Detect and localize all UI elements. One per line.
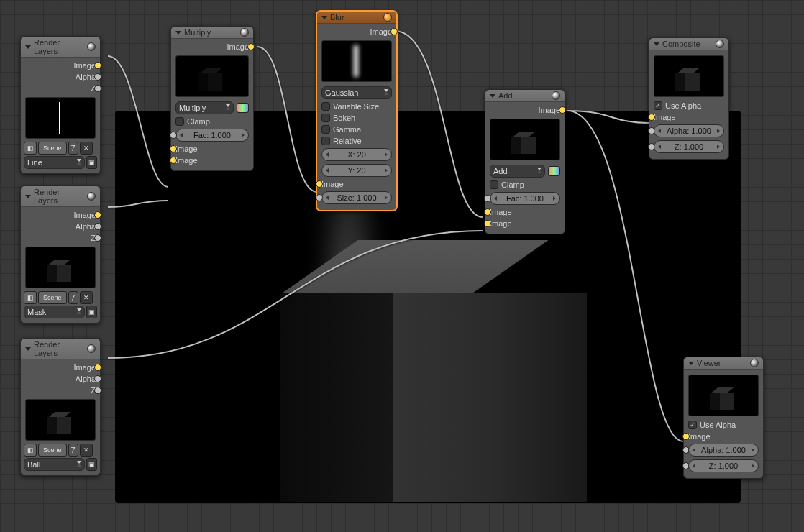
variable-size-label: Variable Size bbox=[333, 102, 379, 111]
socket-image-out[interactable] bbox=[94, 211, 101, 219]
socket-alpha-out[interactable] bbox=[94, 223, 101, 230]
node-preview bbox=[654, 55, 724, 97]
color-swatch-icon[interactable] bbox=[548, 166, 560, 176]
node-title: Render Layers bbox=[34, 340, 84, 357]
variable-size-checkbox[interactable] bbox=[321, 102, 330, 111]
gamma-checkbox[interactable] bbox=[321, 125, 330, 134]
preview-toggle-icon[interactable] bbox=[716, 40, 724, 48]
socket-image-out[interactable] bbox=[559, 106, 566, 114]
preview-toggle-icon[interactable] bbox=[750, 359, 759, 367]
out-alpha-label: Alpha bbox=[76, 375, 96, 383]
clamp-label: Clamp bbox=[501, 180, 524, 189]
node-render-layers-line[interactable]: Render Layers Image Alpha Z ◧ Scene 7 ✕ … bbox=[20, 36, 101, 174]
clamp-checkbox[interactable] bbox=[175, 117, 184, 126]
z-slider[interactable]: Z: 1.000 bbox=[654, 140, 724, 153]
node-mix-multiply[interactable]: Multiply Image Multiply Clamp Fac: 1.000… bbox=[170, 26, 254, 171]
socket-image2-in[interactable] bbox=[484, 220, 491, 227]
blur-x-slider[interactable]: X: 20 bbox=[321, 148, 392, 161]
collapse-icon[interactable] bbox=[654, 42, 659, 46]
socket-image-out[interactable] bbox=[247, 43, 255, 50]
in-image2-label: Image bbox=[490, 219, 512, 228]
scene-icon[interactable]: ◧ bbox=[24, 291, 37, 304]
out-image-label: Image bbox=[538, 106, 560, 114]
socket-image-in[interactable] bbox=[648, 114, 655, 121]
collapse-icon[interactable] bbox=[490, 94, 495, 98]
collapse-icon[interactable] bbox=[321, 16, 327, 19]
collapse-icon[interactable] bbox=[175, 31, 181, 35]
node-title: Render Layers bbox=[34, 188, 84, 205]
users-count: 7 bbox=[68, 291, 78, 304]
scene-icon[interactable]: ◧ bbox=[24, 444, 37, 457]
preview-toggle-icon[interactable] bbox=[87, 192, 96, 201]
fac-slider[interactable]: Fac: 1.000 bbox=[490, 192, 560, 205]
socket-image1-in[interactable] bbox=[484, 208, 491, 216]
unlink-icon[interactable]: ✕ bbox=[80, 142, 93, 155]
layer-select[interactable]: Mask bbox=[24, 306, 85, 318]
node-composite[interactable]: Composite Use Alpha Image Alpha: 1.000 Z… bbox=[649, 37, 729, 160]
preview-toggle-icon[interactable] bbox=[87, 42, 96, 51]
socket-image-out[interactable] bbox=[390, 28, 398, 35]
layer-select[interactable]: Ball bbox=[24, 458, 85, 471]
collapse-icon[interactable] bbox=[25, 45, 31, 49]
size-slider[interactable]: Size: 1.000 bbox=[321, 191, 392, 204]
node-render-layers-ball[interactable]: Render Layers Image Alpha Z ◧ Scene 7 ✕ … bbox=[20, 338, 101, 476]
socket-alpha-out[interactable] bbox=[94, 375, 101, 382]
render-single-icon[interactable]: ▣ bbox=[86, 306, 97, 318]
relative-checkbox[interactable] bbox=[321, 137, 330, 145]
in-image1-label: Image bbox=[490, 208, 512, 216]
preview-toggle-icon[interactable] bbox=[552, 91, 560, 100]
unlink-icon[interactable]: ✕ bbox=[80, 444, 93, 457]
blur-y-slider[interactable]: Y: 20 bbox=[321, 164, 392, 177]
blur-type-select[interactable]: Gaussian bbox=[321, 86, 392, 99]
socket-image1-in[interactable] bbox=[170, 145, 177, 152]
clamp-checkbox[interactable] bbox=[490, 180, 498, 189]
preview-toggle-icon[interactable] bbox=[383, 13, 392, 22]
layer-select[interactable]: Line bbox=[24, 156, 85, 169]
z-slider[interactable]: Z: 1.000 bbox=[688, 459, 759, 472]
collapse-icon[interactable] bbox=[25, 347, 31, 351]
socket-image-out[interactable] bbox=[94, 364, 101, 371]
render-single-icon[interactable]: ▣ bbox=[86, 156, 97, 169]
use-alpha-checkbox[interactable] bbox=[654, 101, 662, 110]
socket-image2-in[interactable] bbox=[170, 157, 177, 164]
alpha-slider[interactable]: Alpha: 1.000 bbox=[654, 124, 724, 137]
scene-select[interactable]: Scene bbox=[38, 291, 67, 304]
node-title: Viewer bbox=[697, 359, 747, 367]
node-preview bbox=[25, 399, 96, 441]
users-count: 7 bbox=[68, 444, 78, 457]
socket-z-out[interactable] bbox=[94, 234, 101, 242]
unlink-icon[interactable]: ✕ bbox=[80, 291, 93, 304]
socket-image-in[interactable] bbox=[682, 433, 690, 440]
fac-slider[interactable]: Fac: 1.000 bbox=[175, 129, 249, 142]
blend-mode-select[interactable]: Add bbox=[490, 165, 545, 178]
color-swatch-icon[interactable] bbox=[237, 103, 249, 113]
socket-image-in[interactable] bbox=[316, 180, 323, 188]
socket-fac-in[interactable] bbox=[170, 132, 177, 139]
node-title: Composite bbox=[662, 40, 713, 48]
node-viewer[interactable]: Viewer Use Alpha Image Alpha: 1.000 Z: 1… bbox=[683, 357, 764, 479]
render-single-icon[interactable]: ▣ bbox=[86, 458, 97, 471]
socket-fac-in[interactable] bbox=[484, 195, 491, 202]
node-render-layers-mask[interactable]: Render Layers Image Alpha Z ◧ Scene 7 ✕ … bbox=[20, 185, 101, 324]
socket-size-in[interactable] bbox=[316, 194, 323, 201]
collapse-icon[interactable] bbox=[688, 362, 694, 365]
use-alpha-checkbox[interactable] bbox=[688, 421, 697, 429]
collapse-icon[interactable] bbox=[25, 195, 31, 198]
node-blur[interactable]: Blur Image Gaussian Variable Size Bokeh … bbox=[316, 11, 397, 211]
blend-mode-select[interactable]: Multiply bbox=[175, 101, 234, 114]
scene-icon[interactable]: ◧ bbox=[24, 142, 37, 155]
scene-select[interactable]: Scene bbox=[38, 142, 67, 155]
clamp-label: Clamp bbox=[187, 117, 210, 126]
socket-image-out[interactable] bbox=[94, 62, 101, 69]
scene-select[interactable]: Scene bbox=[38, 444, 67, 457]
socket-z-out[interactable] bbox=[94, 387, 101, 394]
node-mix-add[interactable]: Add Image Add Clamp Fac: 1.000 Image Ima… bbox=[485, 89, 565, 234]
bokeh-checkbox[interactable] bbox=[321, 114, 330, 122]
node-preview bbox=[490, 119, 560, 160]
preview-toggle-icon[interactable] bbox=[240, 28, 249, 37]
users-count: 7 bbox=[68, 142, 78, 155]
alpha-slider[interactable]: Alpha: 1.000 bbox=[688, 444, 759, 457]
socket-alpha-out[interactable] bbox=[94, 73, 101, 81]
socket-z-out[interactable] bbox=[94, 85, 101, 92]
preview-toggle-icon[interactable] bbox=[87, 344, 96, 353]
